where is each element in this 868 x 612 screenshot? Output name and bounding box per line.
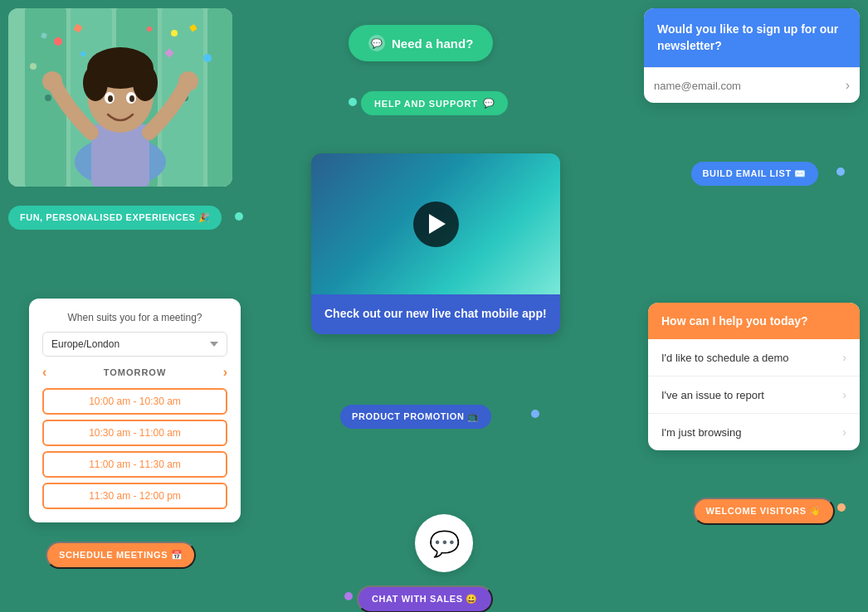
time-slot-2[interactable]: 10:30 am - 11:00 am (42, 420, 227, 446)
build-email-label: BUILD EMAIL LIST ✉️ (703, 168, 807, 179)
welcome-option-2-text: I've an issue to report (661, 389, 764, 401)
help-support-label: HELP AND SUPPORT (374, 99, 478, 109)
deco-dot-fun (235, 212, 243, 221)
newsletter-email-input[interactable] (654, 80, 846, 92)
welcome-option-1[interactable]: I'd like to schedule a demo › (648, 339, 860, 376)
welcome-option-2-arrow: › (842, 388, 846, 401)
newsletter-header: Would you like to sign up for our newsle… (644, 8, 860, 67)
need-hand-label: Need a hand? (392, 36, 473, 51)
svg-point-31 (80, 51, 85, 56)
deco-dot-welcome (837, 503, 846, 512)
video-card: Check out our new live chat mobile app! (311, 153, 560, 334)
svg-point-22 (54, 37, 62, 46)
schedule-next-arrow[interactable]: › (223, 365, 227, 380)
svg-rect-5 (207, 8, 232, 187)
svg-point-24 (203, 54, 212, 62)
play-triangle-icon (429, 214, 446, 234)
svg-point-23 (171, 30, 178, 36)
play-button[interactable] (413, 202, 459, 247)
schedule-timezone-select[interactable]: Europe/London (42, 332, 227, 357)
svg-point-6 (45, 95, 51, 101)
deco-dot-email (836, 168, 845, 176)
newsletter-input-area: › (644, 67, 860, 103)
deco-dot-promo (531, 410, 539, 418)
chat-sales-label-text: CHAT WITH SALES 😀 (372, 594, 478, 605)
welcome-header: How can I help you today? (648, 303, 860, 339)
need-hand-button[interactable]: 💬 Need a hand? (349, 25, 493, 61)
newsletter-submit-arrow[interactable]: › (846, 78, 850, 93)
welcome-visitors-button[interactable]: WELCOME VISITORS 👋 (693, 498, 836, 525)
deco-dot-help (349, 98, 357, 106)
schedule-label-text: SCHEDULE MEETINGS 📅 (59, 550, 183, 561)
newsletter-card: Would you like to sign up for our newsle… (644, 8, 860, 103)
person-svg (8, 8, 232, 187)
time-slot-1[interactable]: 10:00 am - 10:30 am (42, 388, 227, 415)
chat-icon: 💬 (368, 35, 385, 51)
deco-dot-chat (344, 592, 353, 600)
svg-point-19 (129, 95, 134, 102)
video-thumbnail (311, 153, 560, 294)
svg-point-14 (83, 65, 108, 101)
welcome-option-1-text: I'd like to schedule a demo (661, 352, 789, 364)
schedule-title: When suits you for a meeting? (42, 312, 227, 323)
svg-point-15 (133, 65, 158, 101)
help-icon: 💬 (483, 98, 495, 109)
fun-personalised-label: FUN, PERSONALISED EXPERIENCES 🎉 (8, 206, 222, 230)
schedule-prev-arrow[interactable]: ‹ (42, 365, 46, 380)
help-support-button[interactable]: HELP AND SUPPORT 💬 (361, 91, 508, 115)
schedule-meetings-label[interactable]: SCHEDULE MEETINGS 📅 (46, 542, 196, 569)
chat-sales-icon: 💬 (429, 529, 460, 558)
product-promo-button[interactable]: PRODUCT PROMOTION 📺 (340, 405, 491, 429)
welcome-card: How can I help you today? I'd like to sc… (648, 303, 860, 450)
person-photo (8, 8, 232, 187)
schedule-day-label: TOMORROW (104, 367, 167, 377)
chat-sales-circle[interactable]: 💬 (415, 514, 473, 572)
time-slot-4[interactable]: 11:30 am - 12:00 pm (42, 483, 227, 509)
photo-card (8, 8, 232, 187)
product-promo-label: PRODUCT PROMOTION 📺 (352, 411, 480, 422)
schedule-card: When suits you for a meeting? Europe/Lon… (29, 299, 241, 522)
welcome-option-1-arrow: › (842, 351, 846, 364)
svg-rect-11 (91, 124, 149, 187)
svg-point-18 (108, 95, 113, 102)
time-slot-3[interactable]: 11:00 am - 11:30 am (42, 451, 227, 478)
svg-point-20 (42, 71, 62, 91)
video-caption: Check out our new live chat mobile app! (311, 294, 560, 334)
build-email-list-button[interactable]: BUILD EMAIL LIST ✉️ (691, 162, 818, 186)
svg-point-21 (178, 71, 198, 91)
welcome-option-3-text: I'm just browsing (661, 426, 741, 439)
welcome-option-3[interactable]: I'm just browsing › (648, 414, 860, 450)
svg-point-25 (30, 63, 37, 70)
chat-with-sales-button[interactable]: CHAT WITH SALES 😀 (357, 585, 493, 612)
welcome-option-3-arrow: › (842, 425, 846, 439)
schedule-nav: ‹ TOMORROW › (42, 365, 227, 380)
welcome-option-2[interactable]: I've an issue to report › (648, 376, 860, 414)
svg-point-30 (147, 27, 152, 32)
welcome-label-text: WELCOME VISITORS 👋 (706, 506, 822, 517)
